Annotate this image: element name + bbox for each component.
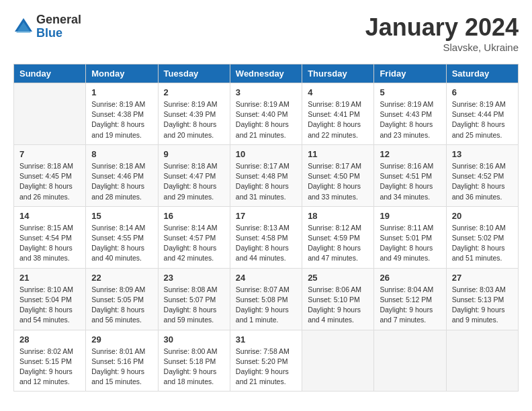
day-number: 14 — [19, 211, 80, 221]
day-info: Sunrise: 8:07 AMSunset: 5:08 PMDaylight:… — [236, 285, 296, 326]
day-number: 29 — [91, 334, 152, 345]
day-cell: 7Sunrise: 8:18 AMSunset: 4:45 PMDaylight… — [14, 144, 86, 206]
day-number: 1 — [91, 87, 152, 97]
day-number: 5 — [380, 87, 440, 97]
day-number: 23 — [164, 273, 224, 283]
day-number: 13 — [452, 149, 513, 159]
day-number: 15 — [91, 211, 152, 221]
calendar-table: SundayMondayTuesdayWednesdayThursdayFrid… — [13, 64, 519, 392]
day-cell — [14, 83, 86, 145]
day-number: 12 — [380, 149, 440, 159]
day-cell: 20Sunrise: 8:10 AMSunset: 5:02 PMDayligh… — [446, 206, 518, 268]
day-info: Sunrise: 8:10 AMSunset: 5:04 PMDaylight:… — [19, 285, 80, 326]
logo-text: General Blue — [36, 13, 81, 40]
day-cell: 11Sunrise: 8:17 AMSunset: 4:50 PMDayligh… — [302, 144, 374, 206]
day-number: 28 — [19, 334, 80, 345]
header-tuesday: Tuesday — [158, 64, 230, 83]
day-number: 20 — [452, 211, 513, 221]
day-number: 10 — [236, 149, 296, 159]
day-cell — [374, 330, 446, 392]
day-info: Sunrise: 8:19 AMSunset: 4:43 PMDaylight:… — [380, 99, 440, 140]
week-row-3: 14Sunrise: 8:15 AMSunset: 4:54 PMDayligh… — [14, 206, 519, 268]
day-info: Sunrise: 8:18 AMSunset: 4:47 PMDaylight:… — [164, 161, 224, 202]
day-number: 26 — [380, 273, 440, 283]
day-number: 11 — [308, 149, 368, 159]
day-info: Sunrise: 8:10 AMSunset: 5:02 PMDaylight:… — [452, 223, 513, 264]
day-cell: 3Sunrise: 8:19 AMSunset: 4:40 PMDaylight… — [230, 83, 302, 145]
day-cell: 26Sunrise: 8:04 AMSunset: 5:12 PMDayligh… — [374, 268, 446, 330]
day-number: 4 — [308, 87, 368, 97]
day-info: Sunrise: 8:18 AMSunset: 4:45 PMDaylight:… — [19, 161, 80, 202]
day-number: 7 — [19, 149, 80, 159]
day-number: 24 — [236, 273, 296, 283]
week-row-2: 7Sunrise: 8:18 AMSunset: 4:45 PMDaylight… — [14, 144, 519, 206]
week-row-5: 28Sunrise: 8:02 AMSunset: 5:15 PMDayligh… — [14, 330, 519, 392]
day-cell: 21Sunrise: 8:10 AMSunset: 5:04 PMDayligh… — [14, 268, 86, 330]
month-title: January 2024 — [365, 13, 519, 42]
day-number: 16 — [164, 211, 224, 221]
day-info: Sunrise: 8:17 AMSunset: 4:50 PMDaylight:… — [308, 161, 368, 202]
day-cell: 4Sunrise: 8:19 AMSunset: 4:41 PMDaylight… — [302, 83, 374, 145]
header-friday: Friday — [374, 64, 446, 83]
day-cell: 19Sunrise: 8:11 AMSunset: 5:01 PMDayligh… — [374, 206, 446, 268]
header-saturday: Saturday — [446, 64, 518, 83]
day-info: Sunrise: 8:01 AMSunset: 5:16 PMDaylight:… — [91, 347, 152, 387]
day-info: Sunrise: 8:02 AMSunset: 5:15 PMDaylight:… — [19, 347, 80, 387]
day-info: Sunrise: 8:08 AMSunset: 5:07 PMDaylight:… — [164, 285, 224, 326]
day-info: Sunrise: 8:19 AMSunset: 4:44 PMDaylight:… — [452, 99, 513, 140]
day-info: Sunrise: 8:12 AMSunset: 4:59 PMDaylight:… — [308, 223, 368, 264]
header-monday: Monday — [86, 64, 158, 83]
header-thursday: Thursday — [302, 64, 374, 83]
day-cell: 2Sunrise: 8:19 AMSunset: 4:39 PMDaylight… — [158, 83, 230, 145]
day-cell: 18Sunrise: 8:12 AMSunset: 4:59 PMDayligh… — [302, 206, 374, 268]
day-info: Sunrise: 8:19 AMSunset: 4:41 PMDaylight:… — [308, 99, 368, 140]
day-number: 8 — [91, 149, 152, 159]
logo-icon — [13, 17, 34, 37]
title-block: January 2024 Slavske, Ukraine — [365, 13, 519, 53]
logo-blue: Blue — [36, 27, 81, 40]
day-info: Sunrise: 8:03 AMSunset: 5:13 PMDaylight:… — [452, 285, 513, 326]
day-cell: 22Sunrise: 8:09 AMSunset: 5:05 PMDayligh… — [86, 268, 158, 330]
day-cell — [446, 330, 518, 392]
day-cell: 27Sunrise: 8:03 AMSunset: 5:13 PMDayligh… — [446, 268, 518, 330]
day-info: Sunrise: 8:19 AMSunset: 4:39 PMDaylight:… — [164, 99, 224, 140]
day-number: 31 — [236, 334, 296, 345]
day-info: Sunrise: 8:17 AMSunset: 4:48 PMDaylight:… — [236, 161, 296, 202]
day-cell: 23Sunrise: 8:08 AMSunset: 5:07 PMDayligh… — [158, 268, 230, 330]
day-info: Sunrise: 8:16 AMSunset: 4:52 PMDaylight:… — [452, 161, 513, 202]
day-cell: 1Sunrise: 8:19 AMSunset: 4:38 PMDaylight… — [86, 83, 158, 145]
week-row-4: 21Sunrise: 8:10 AMSunset: 5:04 PMDayligh… — [14, 268, 519, 330]
day-number: 22 — [91, 273, 152, 283]
day-cell: 25Sunrise: 8:06 AMSunset: 5:10 PMDayligh… — [302, 268, 374, 330]
logo-general: General — [36, 13, 81, 27]
day-number: 19 — [380, 211, 440, 221]
day-info: Sunrise: 8:13 AMSunset: 4:58 PMDaylight:… — [236, 223, 296, 264]
day-info: Sunrise: 7:58 AMSunset: 5:20 PMDaylight:… — [236, 347, 296, 387]
day-number: 6 — [452, 87, 513, 97]
day-info: Sunrise: 8:14 AMSunset: 4:55 PMDaylight:… — [91, 223, 152, 264]
day-info: Sunrise: 8:04 AMSunset: 5:12 PMDaylight:… — [380, 285, 440, 326]
day-number: 27 — [452, 273, 513, 283]
day-cell: 13Sunrise: 8:16 AMSunset: 4:52 PMDayligh… — [446, 144, 518, 206]
day-cell: 31Sunrise: 7:58 AMSunset: 5:20 PMDayligh… — [230, 330, 302, 392]
day-number: 9 — [164, 149, 224, 159]
day-cell: 16Sunrise: 8:14 AMSunset: 4:57 PMDayligh… — [158, 206, 230, 268]
day-cell: 28Sunrise: 8:02 AMSunset: 5:15 PMDayligh… — [14, 330, 86, 392]
day-info: Sunrise: 8:16 AMSunset: 4:51 PMDaylight:… — [380, 161, 440, 202]
day-cell: 29Sunrise: 8:01 AMSunset: 5:16 PMDayligh… — [86, 330, 158, 392]
day-cell: 12Sunrise: 8:16 AMSunset: 4:51 PMDayligh… — [374, 144, 446, 206]
day-number: 2 — [164, 87, 224, 97]
day-number: 21 — [19, 273, 80, 283]
day-cell: 24Sunrise: 8:07 AMSunset: 5:08 PMDayligh… — [230, 268, 302, 330]
day-cell: 9Sunrise: 8:18 AMSunset: 4:47 PMDaylight… — [158, 144, 230, 206]
day-cell: 30Sunrise: 8:00 AMSunset: 5:18 PMDayligh… — [158, 330, 230, 392]
day-cell: 6Sunrise: 8:19 AMSunset: 4:44 PMDaylight… — [446, 83, 518, 145]
day-info: Sunrise: 8:09 AMSunset: 5:05 PMDaylight:… — [91, 285, 152, 326]
day-number: 17 — [236, 211, 296, 221]
header-sunday: Sunday — [14, 64, 86, 83]
day-number: 18 — [308, 211, 368, 221]
day-cell: 15Sunrise: 8:14 AMSunset: 4:55 PMDayligh… — [86, 206, 158, 268]
day-cell: 8Sunrise: 8:18 AMSunset: 4:46 PMDaylight… — [86, 144, 158, 206]
logo: General Blue — [13, 13, 81, 40]
page-header: General Blue January 2024 Slavske, Ukrai… — [13, 13, 519, 53]
